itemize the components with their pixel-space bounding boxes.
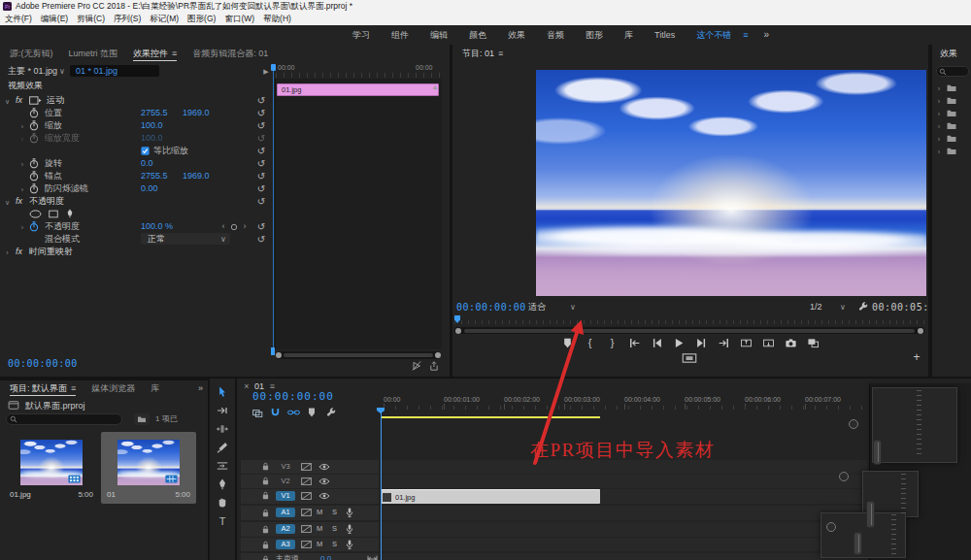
expander-icon[interactable]: › <box>19 185 25 193</box>
stopwatch-icon[interactable] <box>29 108 39 118</box>
prev-keyframe-icon[interactable]: ‹ <box>220 222 226 231</box>
transport-play-icon[interactable] <box>674 338 685 348</box>
transport-step-back-icon[interactable] <box>652 338 662 348</box>
rect-mask-icon[interactable] <box>49 210 58 218</box>
audio-track-A3-mute-button[interactable]: M <box>317 541 322 548</box>
workspace-tab-5[interactable]: 音频 <box>536 29 575 42</box>
audio-track-A1-lock-icon[interactable] <box>262 509 269 517</box>
slip-tool[interactable] <box>217 460 228 472</box>
project-item-name[interactable]: 01.jpg <box>10 491 31 499</box>
menu-item-1[interactable]: 编辑(E) <box>41 14 68 25</box>
settings-wrench-icon[interactable] <box>858 302 868 312</box>
master-track-gain-value[interactable]: 0.0 <box>320 555 331 560</box>
video-track-V1-badge[interactable]: V1 <box>276 491 295 501</box>
expander-icon[interactable]: › <box>19 223 25 231</box>
reset-icon[interactable]: ↺ <box>256 196 266 207</box>
folder-icon[interactable] <box>946 121 957 130</box>
tab-lumetri-scopes[interactable]: Lumetri 范围 <box>61 45 126 62</box>
audio-track-A2-voiceover-icon[interactable] <box>346 524 353 535</box>
uniform-scale-checkbox[interactable] <box>141 147 150 155</box>
folder-expander-icon[interactable]: › <box>936 110 942 117</box>
video-track-V3-toggle-output-icon[interactable] <box>318 463 330 471</box>
transport-mark-out-icon[interactable]: } <box>607 338 618 348</box>
audio-track-A2-mute-button[interactable]: M <box>317 525 322 533</box>
timeline-playhead-line[interactable] <box>381 412 382 560</box>
menu-item-5[interactable]: 图形(G) <box>187 14 216 25</box>
property-value[interactable]: 0.00 <box>141 184 158 193</box>
workspace-tab-3[interactable]: 颜色 <box>458 29 497 42</box>
mixer-knob[interactable] <box>826 522 836 532</box>
ec-scrollbar-handle-right[interactable] <box>435 352 441 358</box>
transport-comparison-view-icon[interactable] <box>808 338 819 348</box>
audio-track-A1-voiceover-icon[interactable] <box>346 508 353 518</box>
video-track-V3-badge[interactable]: V3 <box>276 462 295 472</box>
proxy-toggle-icon[interactable] <box>682 353 697 363</box>
timeline-settings-icon[interactable] <box>326 408 336 417</box>
project-item-thumbnail[interactable] <box>20 440 83 485</box>
ec-scrollbar-bar[interactable] <box>284 353 433 357</box>
ripple-edit-tool[interactable] <box>217 423 228 435</box>
stopwatch-icon[interactable] <box>29 120 39 131</box>
workspace-tab-7[interactable]: 库 <box>614 29 644 42</box>
folder-icon[interactable] <box>946 96 957 105</box>
folder-icon[interactable] <box>946 134 957 143</box>
effect-group-label[interactable]: 运动 <box>47 96 64 105</box>
menu-item-4[interactable]: 标记(M) <box>150 14 179 25</box>
transport-export-frame-icon[interactable] <box>786 338 796 348</box>
next-keyframe-icon[interactable]: › <box>242 222 248 231</box>
ec-ruler-ticks[interactable] <box>276 73 441 78</box>
project-item-01[interactable]: 015:00 <box>101 432 196 504</box>
audio-track-A3-badge[interactable]: A3 <box>276 540 295 549</box>
audio-track-A1-mute-button[interactable]: M <box>317 509 322 516</box>
audio-track-A1-badge[interactable]: A1 <box>276 508 295 517</box>
ec-scrollbar-handle-left[interactable] <box>276 352 282 358</box>
project-item-01.jpg[interactable]: 01.jpg5:00 <box>4 432 99 504</box>
ec-timecode[interactable]: 00:00:00:00 <box>8 359 78 369</box>
clip-selector-chevron-icon[interactable]: ∨ <box>58 67 66 76</box>
property-value[interactable]: 100.0 % <box>141 222 173 231</box>
audio-track-A2-content[interactable] <box>381 522 867 537</box>
playback-resolution-select[interactable]: 1/2 <box>810 303 822 312</box>
folder-icon[interactable] <box>946 83 957 92</box>
add-marker-icon[interactable] <box>308 408 316 417</box>
tab-source-monitor[interactable]: 源:(无剪辑) <box>2 45 61 62</box>
video-track-V2-lock-icon[interactable] <box>262 477 269 485</box>
video-track-V2-sync-lock-icon[interactable] <box>301 478 312 485</box>
pen-mask-icon[interactable] <box>66 209 74 218</box>
track-select-forward-tool[interactable] <box>217 405 228 416</box>
audio-track-A1-solo-button[interactable]: S <box>332 509 337 516</box>
video-track-V2-content[interactable] <box>381 475 867 488</box>
video-track-V1-toggle-output-icon[interactable] <box>318 492 330 500</box>
project-item-thumbnail[interactable] <box>117 440 180 485</box>
reset-icon[interactable]: ↺ <box>256 158 266 169</box>
audio-track-A2-sync-lock-icon[interactable] <box>301 525 312 533</box>
effect-group-label[interactable]: 不透明度 <box>29 197 64 206</box>
fit-track-icon[interactable] <box>367 555 378 560</box>
tab-effect-controls[interactable]: 效果控件≡ <box>125 45 184 62</box>
folder-icon[interactable] <box>946 147 957 155</box>
reset-icon[interactable]: ↺ <box>256 171 266 181</box>
workspace-tab-0[interactable]: 学习 <box>342 29 381 42</box>
workspace-overflow-icon[interactable]: » <box>763 30 769 40</box>
property-value-2[interactable]: 1969.0 <box>183 109 210 117</box>
program-ruler-ticks[interactable] <box>454 320 924 324</box>
ec-mini-playhead[interactable] <box>271 347 275 355</box>
transport-extract-icon[interactable] <box>763 338 774 348</box>
audio-track-A3-content[interactable] <box>381 538 867 551</box>
razor-tool[interactable] <box>217 442 228 453</box>
timeline-close-icon[interactable]: × <box>243 382 251 391</box>
expander-icon[interactable]: › <box>19 122 25 130</box>
project-item-name[interactable]: 01 <box>107 491 116 499</box>
select-chevron-icon[interactable]: ∨ <box>219 235 227 244</box>
audio-track-A2-lock-icon[interactable] <box>262 525 269 534</box>
reset-icon[interactable]: ↺ <box>256 183 266 194</box>
menu-item-0[interactable]: 文件(F) <box>5 14 32 25</box>
audio-track-A1-content[interactable] <box>381 506 867 520</box>
ec-playhead-head[interactable] <box>271 64 276 71</box>
expander-icon[interactable]: › <box>4 248 11 256</box>
video-track-V1-lock-icon[interactable] <box>262 491 269 500</box>
stopwatch-icon[interactable] <box>29 221 39 232</box>
video-track-V2-toggle-output-icon[interactable] <box>318 478 330 485</box>
folder-expander-icon[interactable]: › <box>936 84 942 92</box>
tab-audio-clip-mixer[interactable]: 音频剪辑混合器: 01 <box>184 45 276 62</box>
